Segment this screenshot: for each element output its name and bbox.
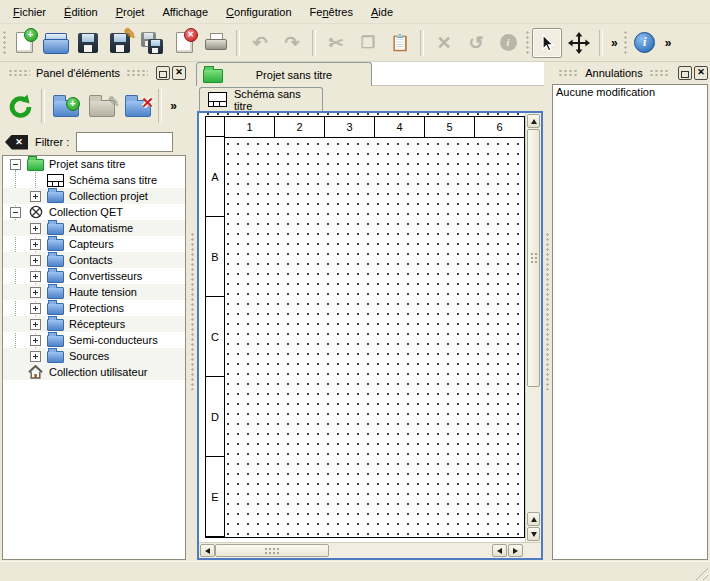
- expand-expander-icon[interactable]: [30, 303, 41, 314]
- scroll-right-button[interactable]: [508, 544, 523, 557]
- close-panel-button[interactable]: ✕: [694, 66, 708, 80]
- right-splitter-handle[interactable]: [545, 232, 550, 390]
- tree-item-project[interactable]: Projet sans titre: [3, 156, 185, 172]
- row-header: E: [205, 456, 225, 537]
- copy-button[interactable]: ❐: [353, 28, 383, 58]
- delete-button[interactable]: ✕: [429, 28, 459, 58]
- tree-item-semi-conducteurs[interactable]: Semi-conducteurs: [3, 332, 185, 348]
- rotate-button[interactable]: ↺: [461, 28, 491, 58]
- scroll-up-button[interactable]: [527, 512, 540, 526]
- folder-icon: [47, 223, 64, 235]
- element-infos-button[interactable]: i: [493, 28, 523, 58]
- tree-item-collection-qet[interactable]: Collection QET: [3, 204, 185, 220]
- selection-tool-button[interactable]: [532, 28, 562, 58]
- panel-toolbar-overflow-button[interactable]: »: [167, 99, 180, 113]
- toolbar-handle[interactable]: [623, 30, 628, 56]
- save-as-button[interactable]: ✎: [105, 28, 135, 58]
- undo-list-item[interactable]: Aucune modification: [553, 85, 707, 99]
- collapse-expander-icon[interactable]: [10, 159, 21, 170]
- toolbar-handle[interactable]: [525, 30, 530, 56]
- status-bar: [0, 561, 710, 581]
- float-panel-button[interactable]: [156, 66, 170, 80]
- paste-button[interactable]: 📋: [385, 28, 415, 58]
- redo-button[interactable]: ↷: [277, 28, 307, 58]
- reload-collections-button[interactable]: [5, 88, 36, 124]
- menu-edition[interactable]: Édition: [55, 3, 107, 21]
- tree-item-label: Contacts: [69, 254, 112, 266]
- column-header-row: 1 2 3 4 5 6: [205, 116, 525, 138]
- tree-item-protections[interactable]: Protections: [3, 300, 185, 316]
- tree-item-sources[interactable]: Sources: [3, 348, 185, 364]
- undo-button[interactable]: ↶: [245, 28, 275, 58]
- toolbar-overflow-button[interactable]: »: [608, 36, 621, 50]
- qelectrotech-window: Fichier Édition Projet Affichage Configu…: [0, 0, 710, 581]
- scroll-left-button[interactable]: [200, 544, 215, 557]
- copy-icon: ❐: [361, 35, 375, 51]
- float-panel-button[interactable]: [678, 66, 692, 80]
- tree-item-label: Sources: [69, 350, 109, 362]
- expand-expander-icon[interactable]: [30, 351, 41, 362]
- delete-category-icon: ✕: [125, 100, 151, 117]
- menu-aide[interactable]: Aide: [362, 3, 402, 21]
- expand-expander-icon[interactable]: [30, 223, 41, 234]
- menu-projet[interactable]: Projet: [107, 3, 154, 21]
- folder-icon: [47, 351, 64, 363]
- filter-input[interactable]: [76, 132, 173, 152]
- save-all-button[interactable]: [137, 28, 167, 58]
- toolbar-handle[interactable]: [2, 30, 7, 56]
- folder-icon: [47, 287, 64, 299]
- menu-fenetres[interactable]: Fenêtres: [301, 3, 362, 21]
- tree-item-collection-utilisateur[interactable]: Collection utilisateur: [3, 364, 185, 380]
- toolbar-overflow-button[interactable]: »: [662, 36, 675, 50]
- move-tool-button[interactable]: [564, 28, 594, 58]
- tab-projet-sans-titre[interactable]: Projet sans titre: [196, 62, 372, 86]
- expand-expander-icon[interactable]: [30, 335, 41, 346]
- clear-filter-button[interactable]: ✕: [5, 135, 28, 150]
- cut-button[interactable]: ✂: [321, 28, 351, 58]
- left-splitter-handle[interactable]: [190, 232, 195, 390]
- elements-panel-toolbar: + ✎ ✕ »: [0, 84, 188, 128]
- tree-item-label: Capteurs: [69, 238, 114, 250]
- new-category-button[interactable]: +: [50, 88, 81, 124]
- resize-grip[interactable]: [695, 567, 708, 580]
- new-document-button[interactable]: +: [9, 28, 39, 58]
- scroll-left-button[interactable]: [492, 544, 507, 557]
- close-icon: ✕: [697, 68, 705, 77]
- tree-item-recepteurs[interactable]: Récepteurs: [3, 316, 185, 332]
- tree-item-capteurs[interactable]: Capteurs: [3, 236, 185, 252]
- tree-item-haute-tension[interactable]: Haute tension: [3, 284, 185, 300]
- tree-item-convertisseurs[interactable]: Convertisseurs: [3, 268, 185, 284]
- delete-category-button[interactable]: ✕: [122, 88, 153, 124]
- scroll-up-button[interactable]: [527, 114, 540, 128]
- scroll-down-button[interactable]: [527, 527, 540, 541]
- vertical-scrollbar-thumb[interactable]: [527, 129, 540, 387]
- edit-category-button[interactable]: ✎: [86, 88, 117, 124]
- tab-schema-sans-titre[interactable]: Schéma sans titre: [199, 87, 323, 111]
- close-panel-button[interactable]: ✕: [172, 66, 186, 80]
- horizontal-scrollbar-thumb[interactable]: [215, 544, 329, 557]
- expand-expander-icon[interactable]: [30, 319, 41, 330]
- toolbar-separator: [158, 89, 162, 123]
- collapse-expander-icon[interactable]: [10, 207, 21, 218]
- menu-affichage[interactable]: Affichage: [153, 3, 217, 21]
- schema-canvas[interactable]: 1 2 3 4 5 6 A B C D E: [199, 113, 525, 542]
- menu-fichier[interactable]: Fichier: [4, 3, 55, 21]
- tree-item-schema[interactable]: Schéma sans titre: [3, 172, 185, 188]
- expand-expander-icon[interactable]: [30, 239, 41, 250]
- menu-bar: Fichier Édition Projet Affichage Configu…: [0, 0, 710, 24]
- menu-configuration[interactable]: Configuration: [217, 3, 300, 21]
- folder-icon: [47, 319, 64, 331]
- close-file-button[interactable]: ✕: [169, 28, 199, 58]
- open-document-button[interactable]: [41, 28, 71, 58]
- tree-item-contacts[interactable]: Contacts: [3, 252, 185, 268]
- expand-expander-icon[interactable]: [30, 255, 41, 266]
- print-button[interactable]: [201, 28, 231, 58]
- expand-expander-icon[interactable]: [30, 271, 41, 282]
- schema-tab-label: Schéma sans titre: [234, 88, 314, 112]
- expand-expander-icon[interactable]: [30, 287, 41, 298]
- about-info-button[interactable]: i: [630, 28, 660, 58]
- tree-item-automatisme[interactable]: Automatisme: [3, 220, 185, 236]
- expand-expander-icon[interactable]: [30, 191, 41, 202]
- tree-item-collection-projet[interactable]: Collection projet: [3, 188, 185, 204]
- save-button[interactable]: [73, 28, 103, 58]
